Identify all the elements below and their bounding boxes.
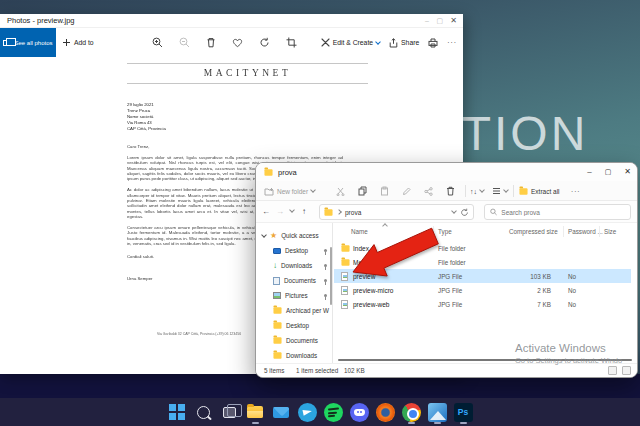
- forward-button[interactable]: →: [276, 201, 284, 221]
- search-box[interactable]: [484, 204, 631, 220]
- photos-minimize-button[interactable]: –: [425, 15, 429, 27]
- rename-icon: [402, 187, 411, 196]
- address-breadcrumb[interactable]: prova: [319, 204, 474, 220]
- explorer-more-button[interactable]: ···: [571, 181, 581, 201]
- running-indicator: [460, 422, 467, 424]
- pictures-icon: [273, 292, 281, 299]
- firefox-icon: [376, 403, 395, 422]
- explorer-maximize-button[interactable]: ▢: [605, 163, 612, 181]
- printer-icon: [428, 38, 438, 48]
- chevron-down-icon: [261, 232, 267, 238]
- sidebar-item-documents-pinned[interactable]: Documents: [256, 273, 332, 288]
- rotate-button[interactable]: [259, 37, 270, 48]
- sidebar-item-pictures-pinned[interactable]: Pictures: [256, 288, 332, 303]
- delete-file-button[interactable]: [446, 181, 455, 201]
- letter-second-rule: [127, 83, 368, 84]
- up-button[interactable]: ↑: [302, 201, 306, 221]
- taskbar-search-button[interactable]: [193, 400, 214, 424]
- zoom-out-button[interactable]: [179, 37, 190, 48]
- copy-icon: [358, 186, 367, 196]
- share-button[interactable]: Share: [389, 38, 419, 48]
- column-header-password[interactable]: Password ...: [568, 228, 603, 235]
- photos-titlebar: Photos - preview.jpg – ▢ ✕: [0, 14, 463, 28]
- view-button[interactable]: [492, 181, 508, 201]
- sidebar-scrollbar[interactable]: [330, 247, 332, 305]
- extract-all-button[interactable]: Extract all: [519, 181, 560, 201]
- column-header-compressed-size[interactable]: Compressed size: [509, 228, 558, 235]
- sidebar-item-label: Downloads: [281, 262, 312, 269]
- file-row-preview-web[interactable]: preview-web JPG File 7 KB No: [334, 297, 631, 311]
- taskbar-file-explorer[interactable]: [245, 400, 266, 424]
- zoom-in-button[interactable]: [152, 37, 163, 48]
- delete-button[interactable]: [206, 37, 216, 48]
- explorer-addressbar: ← → ↑ prova: [256, 201, 637, 223]
- breadcrumb-folder[interactable]: prova: [345, 209, 361, 216]
- thumbnails-view-toggle[interactable]: [622, 366, 631, 375]
- explorer-close-button[interactable]: ✕: [624, 163, 631, 181]
- letter-salutation: Caro Trenz,: [127, 144, 368, 149]
- copy-button[interactable]: [358, 181, 367, 201]
- sidebar-item-desktop-pinned[interactable]: Desktop: [256, 243, 332, 258]
- paste-button[interactable]: [380, 181, 389, 201]
- taskbar-telegram[interactable]: [297, 400, 318, 424]
- start-button[interactable]: [167, 400, 188, 424]
- sidebar-quick-access[interactable]: ★ Quick access: [256, 228, 332, 243]
- add-to-button[interactable]: Add to: [62, 28, 94, 57]
- sort-button[interactable]: ↑↓: [470, 181, 484, 201]
- chevron-down-icon: [289, 207, 295, 213]
- taskbar-chrome[interactable]: [401, 400, 422, 424]
- photos-more-button[interactable]: ···: [447, 39, 457, 46]
- favorite-button[interactable]: [232, 38, 243, 48]
- photos-app-icon: [428, 403, 447, 422]
- discord-icon: [350, 403, 369, 422]
- trash-icon: [206, 37, 216, 48]
- horizontal-scrollbar[interactable]: [338, 359, 632, 362]
- task-view-button[interactable]: [219, 400, 240, 424]
- letter-address-block: 29 luglio 2021 Trenz Pruca Nome società …: [127, 101, 368, 131]
- cut-button[interactable]: [336, 181, 345, 201]
- back-button[interactable]: ←: [262, 201, 270, 221]
- sidebar-item-archicad[interactable]: Archicad per W: [256, 303, 332, 318]
- search-input[interactable]: [501, 209, 625, 216]
- recent-locations-button[interactable]: [290, 201, 294, 221]
- column-header-size[interactable]: Size: [604, 228, 616, 235]
- column-separator[interactable]: [599, 226, 600, 237]
- sidebar-item-desktop-folder[interactable]: Desktop: [256, 318, 332, 333]
- print-button[interactable]: [428, 38, 438, 48]
- sidebar-item-downloads-pinned[interactable]: ↓ Downloads: [256, 258, 332, 273]
- explorer-minimize-button[interactable]: –: [587, 163, 591, 181]
- sidebar-item-label: Quick access: [281, 232, 318, 239]
- share-file-button[interactable]: [424, 181, 433, 201]
- crop-button[interactable]: [286, 37, 297, 48]
- refresh-icon[interactable]: [460, 208, 469, 217]
- file-password: No: [568, 273, 576, 280]
- sidebar-item-label: Pictures: [285, 292, 308, 299]
- taskbar: Ps: [0, 398, 640, 426]
- photos-maximize-button[interactable]: ▢: [436, 15, 443, 27]
- taskbar-mail[interactable]: [271, 400, 292, 424]
- taskbar-photoshop[interactable]: Ps: [453, 400, 474, 424]
- share-label: Share: [401, 39, 419, 46]
- chevron-down-icon[interactable]: [451, 208, 457, 214]
- sidebar-item-downloads-folder[interactable]: Downloads: [256, 348, 332, 363]
- photos-close-button[interactable]: ✕: [450, 15, 457, 27]
- see-all-photos-button[interactable]: See all photos: [0, 28, 56, 57]
- file-password: No: [568, 287, 576, 294]
- sidebar-item-documents-folder[interactable]: Documents: [256, 333, 332, 348]
- taskbar-firefox[interactable]: [375, 400, 396, 424]
- search-icon: [197, 406, 210, 419]
- new-folder-button[interactable]: New folder: [264, 181, 315, 201]
- taskbar-discord[interactable]: [349, 400, 370, 424]
- column-separator[interactable]: [563, 226, 564, 237]
- taskbar-spotify[interactable]: [323, 400, 344, 424]
- add-to-label: Add to: [74, 39, 94, 46]
- explorer-statusbar: 5 items 1 item selected 102 KB: [256, 363, 637, 377]
- photos-collection-icon: [3, 40, 11, 46]
- rename-button[interactable]: [402, 181, 411, 201]
- paste-icon: [380, 186, 389, 196]
- edit-and-create-button[interactable]: Edit & Create: [321, 38, 380, 47]
- details-view-toggle[interactable]: [608, 366, 617, 375]
- taskbar-photos[interactable]: [427, 400, 448, 424]
- documents-icon: [273, 277, 280, 285]
- heart-icon: [232, 38, 243, 48]
